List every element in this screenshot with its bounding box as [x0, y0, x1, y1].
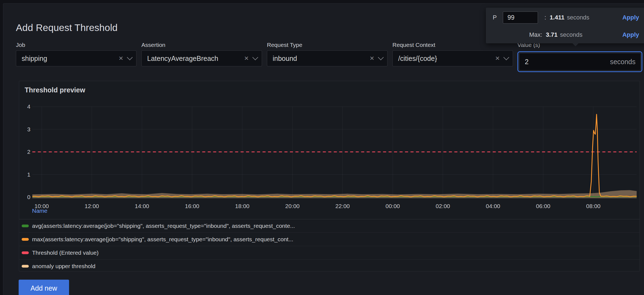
chevron-down-icon[interactable]	[252, 54, 258, 60]
threshold-preview-panel: Threshold preview 0123410:0012:0014:0016…	[19, 81, 640, 271]
y-tick-label: 3	[27, 126, 30, 132]
screen: { "page": { "title": "Add Request Thresh…	[0, 0, 644, 295]
value-input-focus-ring: 2 seconds	[517, 51, 642, 72]
legend-swatch-icon	[22, 238, 29, 241]
y-tick-label: 2	[27, 149, 30, 155]
x-tick-label: 08:00	[586, 203, 601, 209]
x-tick-label: 06:00	[536, 203, 551, 209]
max-series-line	[32, 114, 637, 197]
legend-row[interactable]: avg(asserts:latency:average{job="shippin…	[19, 219, 640, 232]
value-input-suffix: seconds	[610, 58, 636, 66]
request-context-select[interactable]: /cities/{code} ✕	[392, 50, 513, 66]
percentile-colon: :	[545, 14, 546, 21]
add-new-button[interactable]: Add new	[19, 280, 69, 295]
value-input-text: 2	[525, 58, 610, 66]
x-tick-label: 12:00	[85, 203, 99, 209]
field-label-request-type: Request Type	[267, 42, 387, 48]
percentile-result-value: 1.411	[550, 14, 565, 21]
percentile-p-label: P	[493, 14, 497, 21]
legend-swatch-icon	[22, 225, 29, 227]
tooltip-percentile-row: P 99 : 1.411 seconds Apply	[486, 11, 644, 24]
clear-icon[interactable]: ✕	[369, 55, 374, 62]
field-assertion: Assertion LatencyAverageBreach ✕	[141, 42, 262, 66]
legend-label: max(asserts:latency:average{job="shippin…	[32, 236, 293, 243]
clear-icon[interactable]: ✕	[244, 55, 249, 62]
field-job: Job shipping ✕	[16, 42, 136, 66]
legend-label: anomaly upper threshold	[32, 263, 95, 270]
chevron-down-icon[interactable]	[127, 54, 133, 60]
request-type-select-value: inbound	[273, 55, 369, 63]
field-request-type: Request Type inbound ✕	[267, 42, 387, 66]
y-tick-label: 1	[27, 171, 30, 178]
legend-name-header[interactable]: Name	[32, 208, 47, 214]
legend-label: Threshold (Entered value)	[32, 249, 99, 256]
x-tick-label: 02:00	[436, 203, 450, 209]
threshold-preview-chart: 0123410:0012:0014:0016:0018:0020:0022:00…	[19, 81, 640, 218]
job-select[interactable]: shipping ✕	[16, 50, 136, 66]
max-value: 3.71	[546, 31, 558, 38]
tooltip-max-row: Max: 3.71 seconds Apply	[486, 29, 644, 41]
legend-row[interactable]: anomaly upper threshold	[19, 259, 640, 271]
assertion-select-value: LatencyAverageBreach	[147, 55, 244, 63]
apply-max-link[interactable]: Apply	[622, 31, 639, 38]
x-tick-label: 16:00	[185, 203, 200, 209]
x-tick-label: 04:00	[486, 203, 500, 209]
x-axis-labels: 10:0012:0014:0016:0018:0020:0022:0000:00…	[35, 203, 601, 209]
y-axis-labels: 01234	[27, 103, 30, 200]
x-tick-label: 00:00	[386, 203, 400, 209]
legend-row[interactable]: max(asserts:latency:average{job="shippin…	[19, 232, 640, 246]
request-context-select-value: /cities/{code}	[398, 55, 495, 63]
percentile-tooltip: P 99 : 1.411 seconds Apply Max: 3.71 sec…	[486, 8, 644, 43]
clear-icon[interactable]: ✕	[118, 55, 123, 62]
apply-percentile-link[interactable]: Apply	[622, 14, 639, 21]
x-tick-label: 20:00	[285, 203, 300, 209]
field-label-job: Job	[16, 42, 136, 48]
value-input[interactable]: 2 seconds	[519, 53, 641, 70]
max-label: Max:	[529, 31, 542, 38]
job-select-value: shipping	[22, 55, 118, 63]
percentile-result-unit: seconds	[567, 14, 589, 21]
x-tick-label: 18:00	[235, 203, 250, 209]
x-tick-label: 22:00	[335, 203, 350, 209]
field-value-seconds: Value (s) 2 seconds	[517, 42, 642, 72]
field-request-context: Request Context /cities/{code} ✕	[392, 42, 513, 66]
add-request-threshold-panel: Add Request Threshold Job shipping ✕ Ass…	[3, 3, 644, 295]
page-title: Add Request Threshold	[16, 22, 118, 33]
legend-swatch-icon	[22, 251, 29, 254]
assertion-select[interactable]: LatencyAverageBreach ✕	[141, 50, 262, 66]
field-label-assertion: Assertion	[141, 42, 262, 48]
legend-label: avg(asserts:latency:average{job="shippin…	[32, 223, 295, 229]
legend-table: avg(asserts:latency:average{job="shippin…	[19, 219, 640, 271]
percentile-input[interactable]: 99	[503, 12, 538, 24]
legend-swatch-icon	[22, 265, 29, 268]
legend-row[interactable]: Threshold (Entered value)	[19, 246, 640, 259]
y-tick-label: 4	[27, 103, 30, 110]
max-unit: seconds	[560, 31, 583, 38]
chevron-down-icon[interactable]	[503, 54, 509, 60]
clear-icon[interactable]: ✕	[495, 55, 500, 62]
request-type-select[interactable]: inbound ✕	[267, 50, 387, 66]
chevron-down-icon[interactable]	[378, 54, 384, 60]
x-tick-label: 14:00	[135, 203, 149, 209]
y-tick-label: 0	[27, 194, 30, 200]
